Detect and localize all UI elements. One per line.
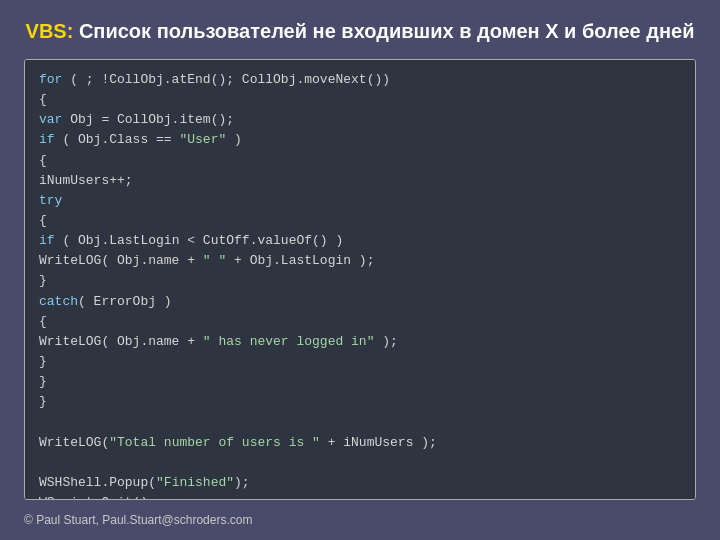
- footer: © Paul Stuart, Paul.Stuart@schroders.com: [24, 510, 696, 528]
- code-box: for ( ; !CollObj.atEnd(); CollObj.moveNe…: [24, 59, 696, 500]
- page-title: VBS: Список пользователей не входивших в…: [24, 18, 696, 45]
- title-area: VBS: Список пользователей не входивших в…: [24, 18, 696, 45]
- vbs-label: VBS:: [26, 20, 74, 42]
- code-content: for ( ; !CollObj.atEnd(); CollObj.moveNe…: [39, 70, 681, 500]
- footer-text: © Paul Stuart, Paul.Stuart@schroders.com: [24, 513, 252, 527]
- title-text: Список пользователей не входивших в доме…: [73, 20, 694, 42]
